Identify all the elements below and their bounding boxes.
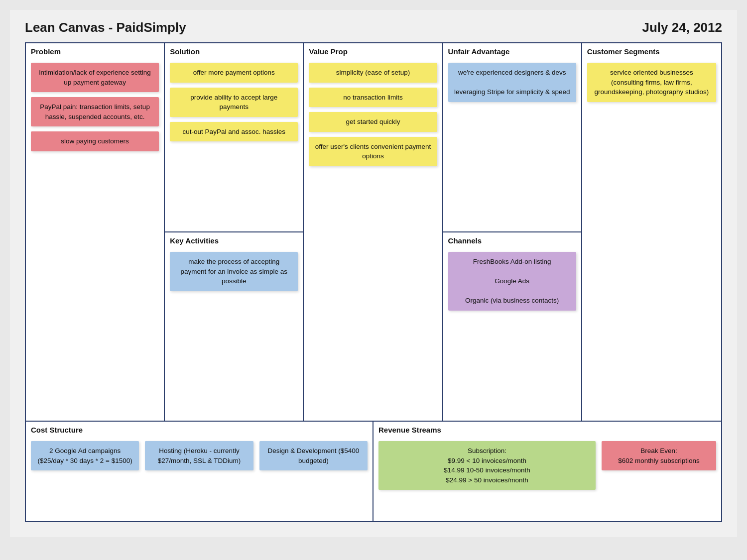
value-prop-column: Value Prop simplicity (ease of setup) no… — [304, 43, 443, 421]
value-prop-body: simplicity (ease of setup) no transactio… — [304, 59, 442, 421]
customer-segments-column: Customer Segments service oriented busin… — [582, 43, 721, 421]
problem-note-3: slow paying customers — [31, 131, 159, 151]
unfair-advantage-body: we're experienced designers & devs lever… — [443, 59, 581, 106]
problem-note-2: PayPal pain: transaction limits, setup h… — [31, 97, 159, 126]
problem-note-1: intimidation/lack of experience setting … — [31, 63, 159, 92]
cost-structure-header: Cost Structure — [26, 422, 373, 437]
value-prop-header: Value Prop — [304, 43, 442, 59]
problem-column: Problem intimidation/lack of experience … — [26, 43, 165, 421]
canvas-top: Problem intimidation/lack of experience … — [26, 43, 721, 422]
problem-header: Problem — [26, 43, 164, 59]
page-title: Lean Canvas - PaidSimply — [25, 20, 186, 35]
revenue-note-2: Break Even: $602 monthly subscriptions — [602, 441, 716, 470]
customer-segments-note-1: service oriented businesses (consulting … — [587, 63, 716, 102]
value-prop-note-4: offer user's clients convenient payment … — [309, 137, 437, 166]
unfair-channels-column: Unfair Advantage we're experienced desig… — [443, 43, 582, 421]
revenue-streams-header: Revenue Streams — [374, 422, 721, 437]
unfair-advantage-section: Unfair Advantage we're experienced desig… — [443, 43, 581, 232]
cost-note-3: Design & Development ($5400 budgeted) — [259, 441, 368, 470]
problem-body: intimidation/lack of experience setting … — [26, 59, 164, 421]
solution-section: Solution offer more payment options prov… — [165, 43, 303, 232]
channels-header: Channels — [443, 232, 581, 248]
value-prop-note-3: get started quickly — [309, 112, 437, 132]
cost-note-1: 2 Google Ad campaigns ($25/day * 30 days… — [31, 441, 139, 470]
key-activities-body: make the process of accepting payment fo… — [165, 248, 303, 295]
value-prop-note-2: no transaction limits — [309, 88, 437, 108]
header: Lean Canvas - PaidSimply July 24, 2012 — [25, 20, 722, 35]
unfair-advantage-header: Unfair Advantage — [443, 43, 581, 59]
key-activities-section: Key Activities make the process of accep… — [165, 232, 303, 421]
solution-keyactivities-column: Solution offer more payment options prov… — [165, 43, 304, 421]
canvas: Problem intimidation/lack of experience … — [25, 42, 722, 522]
channels-section: Channels FreshBooks Add-on listing Googl… — [443, 232, 581, 421]
page-date: July 24, 2012 — [642, 20, 722, 35]
solution-header: Solution — [165, 43, 303, 59]
revenue-note-1: Subscription: $9.99 < 10 invoices/month … — [378, 441, 596, 490]
cost-note-2: Hosting (Heroku - currently $27/month, S… — [145, 441, 253, 470]
revenue-streams-section: Revenue Streams Subscription: $9.99 < 10… — [374, 422, 721, 521]
cost-structure-body: 2 Google Ad campaigns ($25/day * 30 days… — [26, 437, 373, 521]
channels-note-1: FreshBooks Add-on listing Google Ads Org… — [448, 252, 576, 311]
key-activities-note-1: make the process of accepting payment fo… — [170, 252, 298, 291]
revenue-streams-body: Subscription: $9.99 < 10 invoices/month … — [374, 437, 721, 521]
value-prop-note-1: simplicity (ease of setup) — [309, 63, 437, 83]
solution-note-3: cut-out PayPal and assoc. hassles — [170, 122, 298, 142]
canvas-bottom: Cost Structure 2 Google Ad campaigns ($2… — [26, 422, 721, 521]
solution-note-1: offer more payment options — [170, 63, 298, 83]
page: Lean Canvas - PaidSimply July 24, 2012 P… — [10, 10, 737, 537]
channels-body: FreshBooks Add-on listing Google Ads Org… — [443, 248, 581, 315]
key-activities-header: Key Activities — [165, 232, 303, 248]
cost-structure-section: Cost Structure 2 Google Ad campaigns ($2… — [26, 422, 374, 521]
customer-segments-header: Customer Segments — [582, 43, 721, 59]
unfair-advantage-note-1: we're experienced designers & devs lever… — [448, 63, 576, 102]
customer-segments-body: service oriented businesses (consulting … — [582, 59, 721, 421]
solution-body: offer more payment options provide abili… — [165, 59, 303, 145]
solution-note-2: provide ability to accept large payments — [170, 88, 298, 117]
